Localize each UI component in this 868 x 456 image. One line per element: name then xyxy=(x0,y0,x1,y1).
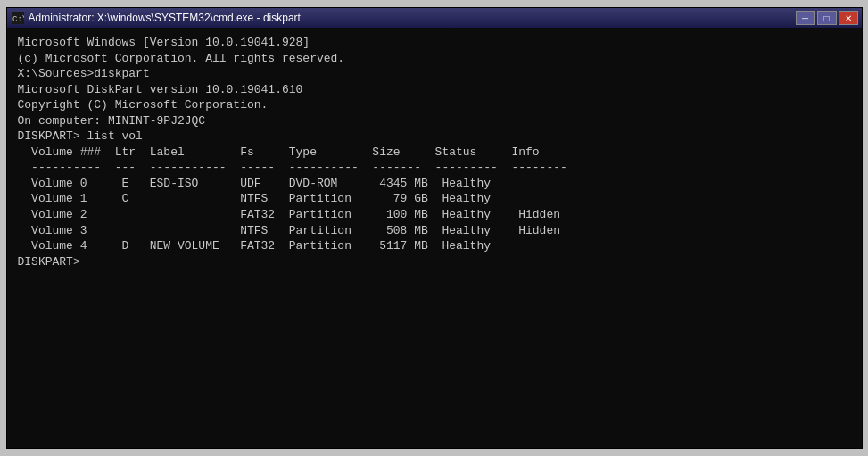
console-line: Microsoft Windows [Version 10.0.19041.92… xyxy=(18,35,851,51)
console-line: Volume 3 NTFS Partition 508 MB Healthy H… xyxy=(18,223,851,239)
console-line: DISKPART> list vol xyxy=(18,129,851,145)
title-bar: C:\ Administrator: X:\windows\SYSTEM32\c… xyxy=(7,8,862,28)
cmd-window: C:\ Administrator: X:\windows\SYSTEM32\c… xyxy=(6,7,863,449)
console-line: Volume ### Ltr Label Fs Type Size Status… xyxy=(18,145,851,161)
console-line: Copyright (C) Microsoft Corporation. xyxy=(18,97,851,113)
console-output[interactable]: Microsoft Windows [Version 10.0.19041.92… xyxy=(7,28,862,448)
close-button[interactable]: ✕ xyxy=(839,11,858,25)
console-line: On computer: MININT-9PJ2JQC xyxy=(18,113,851,129)
console-line: Volume 1 C NTFS Partition 79 GB Healthy xyxy=(18,191,851,207)
window-title: Administrator: X:\windows\SYSTEM32\cmd.e… xyxy=(29,12,796,24)
console-line: DISKPART> xyxy=(18,254,851,270)
console-line: Volume 4 D NEW VOLUME FAT32 Partition 51… xyxy=(18,238,851,254)
console-line: Volume 0 E ESD-ISO UDF DVD-ROM 4345 MB H… xyxy=(18,176,851,192)
console-line: (c) Microsoft Corporation. All rights re… xyxy=(18,51,851,67)
svg-text:C:\: C:\ xyxy=(12,15,24,24)
minimize-button[interactable]: ─ xyxy=(796,11,815,25)
maximize-button[interactable]: □ xyxy=(817,11,837,25)
console-line: X:\Sources>diskpart xyxy=(18,66,851,82)
console-line: Microsoft DiskPart version 10.0.19041.61… xyxy=(18,82,851,98)
window-controls: ─ □ ✕ xyxy=(796,11,858,25)
cmd-icon: C:\ xyxy=(11,11,25,25)
console-line: Volume 2 FAT32 Partition 100 MB Healthy … xyxy=(18,207,851,223)
console-line: ---------- --- ----------- ----- -------… xyxy=(18,160,851,176)
